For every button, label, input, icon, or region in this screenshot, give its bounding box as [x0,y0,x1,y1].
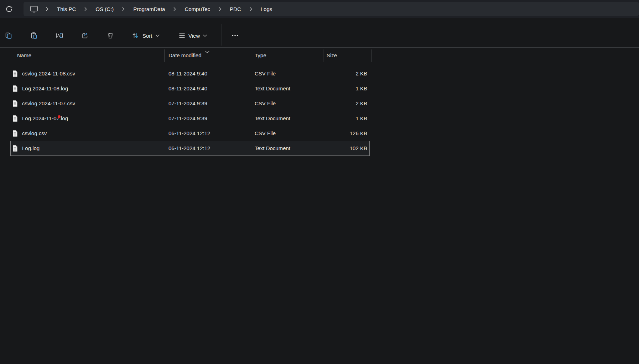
breadcrumb-item-computec[interactable]: CompuTec [181,5,214,14]
column-separator [251,49,251,62]
file-type: Text Document [255,81,290,96]
file-name: Log.log [22,141,40,156]
file-date-modified: 06-11-2024 12:12 [168,141,210,156]
file-size: 102 KB [323,141,367,156]
delete-icon [107,32,114,39]
chevron-down-icon [156,35,160,37]
breadcrumb-chevron-icon [245,7,257,11]
document-icon [12,115,18,122]
file-type: Text Document [255,111,290,126]
file-type: Text Document [255,141,290,156]
document-icon [12,145,18,152]
breadcrumb-item-pdc[interactable]: PDC [226,5,245,14]
copy-button[interactable] [2,29,15,42]
breadcrumb-item-programdata[interactable]: ProgramData [130,5,168,14]
rename-icon [56,32,63,39]
paste-icon [30,32,37,39]
sort-button[interactable]: Sort [128,28,163,43]
view-icon [179,33,185,38]
column-separator [372,49,372,62]
view-button-label: View [188,33,200,39]
file-row[interactable]: Log.log 06-11-2024 12:12 Text Document 1… [0,141,639,156]
share-icon [81,32,88,39]
file-type: CSV File [255,66,276,81]
view-button[interactable]: View [175,28,211,43]
breadcrumb-chevron-icon [117,7,130,11]
share-button[interactable] [78,29,91,42]
document-icon [12,130,18,137]
breadcrumb-item-logs[interactable]: Logs [257,5,276,14]
chevron-down-icon [203,35,207,37]
toolbar-separator [124,24,124,46]
file-row[interactable]: Log.2024-11-08.log 08-11-2024 9:40 Text … [0,81,639,96]
file-date-modified: 06-11-2024 12:12 [168,126,210,141]
column-header-type[interactable]: Type [255,48,266,63]
refresh-button[interactable] [3,3,15,15]
ellipsis-icon [232,32,239,39]
breadcrumb-chevron-icon [41,7,53,11]
file-date-modified: 07-11-2024 9:39 [168,96,207,111]
top-navigation-bar: This PCOS (C:)ProgramDataCompuTecPDCLogs [0,0,639,18]
breadcrumb-item-this-pc[interactable]: This PC [53,5,79,14]
breadcrumb-item-os-c-[interactable]: OS (C:) [92,5,117,14]
rename-button[interactable] [53,29,66,42]
copy-icon [5,32,12,39]
command-toolbar: Sort View [0,18,639,48]
file-row[interactable]: csvlog.2024-11-08.csv 08-11-2024 9:40 CS… [0,66,639,81]
file-type: CSV File [255,126,276,141]
column-separator [323,49,323,62]
breadcrumb-chevron-icon [79,7,92,11]
sort-button-label: Sort [142,33,152,39]
more-options-button[interactable] [229,29,241,42]
column-header-date-modified[interactable]: Date modified [168,48,202,63]
sort-direction-icon [205,48,209,54]
breadcrumb-chevron-icon [168,7,181,11]
file-date-modified: 08-11-2024 9:40 [168,66,207,81]
refresh-icon [6,6,12,12]
file-size: 126 KB [323,126,367,141]
address-bar[interactable]: This PCOS (C:)ProgramDataCompuTecPDCLogs [24,2,639,16]
file-size: 1 KB [323,111,367,126]
toolbar-separator [222,24,222,46]
delete-button[interactable] [104,29,117,42]
paste-button[interactable] [27,29,40,42]
this-pc-icon [30,5,38,13]
file-size: 2 KB [323,96,367,111]
column-separator [164,49,165,62]
file-size: 2 KB [323,66,367,81]
file-row[interactable]: csvlog.csv 06-11-2024 12:12 CSV File 126… [0,126,639,141]
column-header-name[interactable]: Name [17,48,31,63]
breadcrumb-chevron-icon [214,7,226,11]
breadcrumb: This PCOS (C:)ProgramDataCompuTecPDCLogs [41,5,276,14]
document-icon [12,70,18,77]
column-header-size[interactable]: Size [327,48,337,63]
file-size: 1 KB [323,81,367,96]
file-list: csvlog.2024-11-08.csv 08-11-2024 9:40 CS… [0,66,639,156]
document-icon [12,100,18,107]
file-date-modified: 08-11-2024 9:40 [168,81,207,96]
sort-icon [132,32,139,39]
file-name: Log.2024-11-08.log [22,81,68,96]
file-name: csvlog.csv [22,126,47,141]
file-type: CSV File [255,96,276,111]
file-name: csvlog.2024-11-07.csv [22,96,75,111]
file-row[interactable]: csvlog.2024-11-07.csv 07-11-2024 9:39 CS… [0,96,639,111]
red-dot-marker [58,115,61,118]
file-name: csvlog.2024-11-08.csv [22,66,75,81]
document-icon [12,85,18,92]
file-date-modified: 07-11-2024 9:39 [168,111,207,126]
file-row[interactable]: Log.2024-11-07.log 07-11-2024 9:39 Text … [0,111,639,126]
list-header: Name Date modified Type Size [0,48,639,63]
file-name: Log.2024-11-07.log [22,111,68,126]
